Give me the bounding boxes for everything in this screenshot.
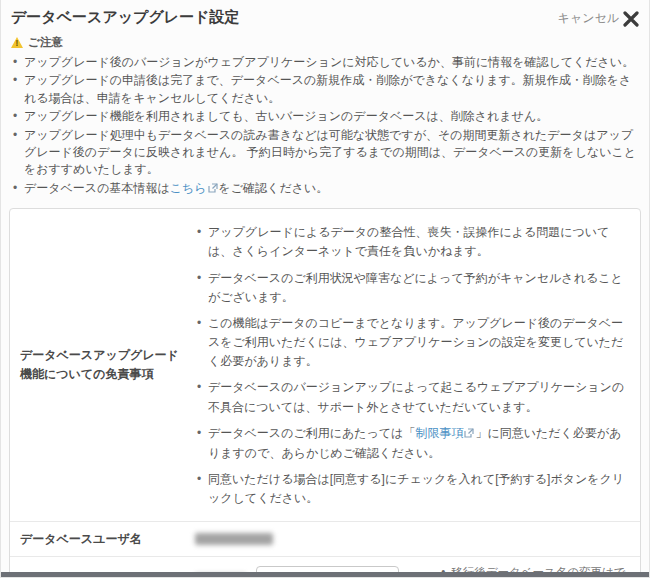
disclaimer-label: データベースアップグレード機能についての免責事項 bbox=[10, 209, 187, 520]
page-title: データベースアップグレード設定 bbox=[11, 8, 240, 27]
disclaimer-row: データベースアップグレード機能についての免責事項 アップグレードによるデータの整… bbox=[10, 209, 640, 521]
notice-item: アップグレード機能を利用されましても、古いバージョンのデータベースは、削除されま… bbox=[11, 108, 639, 125]
dialog-header: データベースアップグレード設定 キャンセル bbox=[1, 0, 649, 29]
notice-list: アップグレード後のバージョンがウェブアプリケーションに対応しているか、事前に情報… bbox=[11, 54, 639, 198]
basic-info-link[interactable]: こちら bbox=[170, 181, 207, 195]
external-link-icon bbox=[464, 425, 474, 444]
close-icon[interactable] bbox=[623, 11, 639, 27]
upgrade-form-table: データベースアップグレード機能についての免責事項 アップグレードによるデータの整… bbox=[9, 208, 641, 578]
bottom-edge-bar bbox=[1, 572, 649, 577]
notice-item: データベースの基本情報はこちらをご確認ください。 bbox=[11, 180, 639, 198]
cancel-button[interactable]: キャンセル bbox=[558, 10, 639, 27]
disclaimer-item-text: データベースのご利用にあたっては「 bbox=[208, 426, 415, 440]
notice-title: ご注意 bbox=[28, 35, 63, 50]
notice-item-text: データベースの基本情報は bbox=[24, 181, 170, 195]
disclaimer-item: アップグレードによるデータの整合性、喪失・誤操作による問題については、さくらイン… bbox=[195, 223, 630, 261]
disclaimer-item: データベースのご利用状況や障害などによって予約がキャンセルされることがございます… bbox=[195, 269, 630, 307]
db-user-row: データベースユーザ名 bbox=[10, 522, 640, 558]
restrictions-link[interactable]: 制限事項 bbox=[415, 426, 463, 440]
notice-item: アップグレードの申請後は完了まで、データベースの新規作成・削除ができなくなります… bbox=[11, 72, 639, 107]
disclaimer-item: データベースのご利用にあたっては「制限事項」に同意いただく必要がありますので、あ… bbox=[195, 424, 630, 463]
disclaimer-item: 同意いただける場合は[同意する]にチェックを入れて[予約する]ボタンをクリックし… bbox=[195, 470, 630, 508]
disclaimer-item: この機能はデータのコピーまでとなります。アップグレード後のデータベースをご利用い… bbox=[195, 314, 630, 372]
warning-icon bbox=[11, 37, 23, 48]
notice-item: アップグレード処理中もデータベースの読み書きなどは可能な状態ですが、その期間更新… bbox=[11, 127, 639, 179]
disclaimer-item: データベースのバージョンアップによって起こるウェブアプリケーションの不具合につい… bbox=[195, 378, 630, 416]
notice-item: アップグレード後のバージョンがウェブアプリケーションに対応しているか、事前に情報… bbox=[11, 54, 639, 71]
external-link-icon bbox=[208, 181, 218, 198]
notice-item-text: をご確認ください。 bbox=[219, 181, 329, 195]
db-user-value-redacted bbox=[195, 533, 273, 545]
cancel-label: キャンセル bbox=[558, 10, 619, 27]
notice-section: ご注意 アップグレード後のバージョンがウェブアプリケーションに対応しているか、事… bbox=[1, 29, 649, 198]
db-user-label: データベースユーザ名 bbox=[10, 522, 187, 557]
disclaimer-list: アップグレードによるデータの整合性、喪失・誤操作による問題については、さくらイン… bbox=[195, 223, 630, 508]
